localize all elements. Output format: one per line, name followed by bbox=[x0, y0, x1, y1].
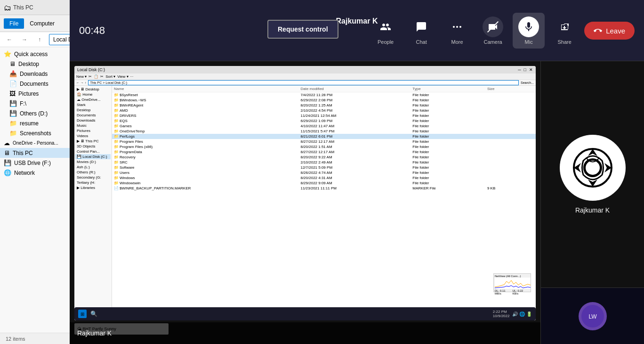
mini-table-row: 📁 Windowswin 8/29/2022 9:09 AM File fold… bbox=[112, 180, 536, 186]
ribbon-tab-file[interactable]: File bbox=[4, 18, 24, 29]
sidebar: ⭐ Quick access 🖥 Desktop 📥 Downloads 📄 D… bbox=[0, 47, 71, 333]
teams-content: Local Disk (C:) ─ □ ✕ New ▾ ✂ 📋 ✂ bbox=[70, 61, 644, 344]
clock: 2:22 PM10/9/2022 bbox=[493, 310, 510, 318]
mini-sidebar-home: 🏠 Home bbox=[75, 92, 111, 97]
network-icon: 🌐 bbox=[4, 169, 11, 176]
mini-file-rows: 📁 $SysReset 7/4/2022 11:28 PM File folde… bbox=[112, 92, 536, 191]
downloads-icon: 📥 bbox=[9, 70, 17, 77]
folder-resume-icon: 📁 bbox=[9, 120, 17, 127]
sidebar-item-f-drive[interactable]: 💾 F:\ bbox=[0, 98, 70, 108]
mini-sidebar-ash: Ash (L:) bbox=[75, 164, 111, 170]
mic-button[interactable]: Mic bbox=[513, 13, 545, 49]
screen-bottom-bar: Rajkumar K bbox=[70, 322, 540, 344]
sidebar-item-this-pc[interactable]: 🖥 This PC bbox=[0, 148, 70, 158]
mini-address-bar: ← → ↑ This PC > Local Disk (C:) Search..… bbox=[74, 80, 536, 86]
folder-screenshots-icon: 📁 bbox=[9, 130, 17, 137]
right-panel: Rajkumar K LW bbox=[540, 61, 644, 344]
camera-label: Camera bbox=[484, 39, 502, 45]
start-icon: ⊞ bbox=[78, 310, 87, 318]
svg-text:LW: LW bbox=[588, 313, 597, 320]
mini-sidebar-downloads: Downloads bbox=[75, 118, 111, 123]
mini-table-row: 📁 ProgramData 8/27/2022 12:17 AM File fo… bbox=[112, 149, 536, 155]
back-button[interactable]: ← bbox=[4, 34, 15, 45]
chat-label: Chat bbox=[416, 39, 427, 45]
teams-controls: People Chat bbox=[370, 0, 635, 61]
shared-screen-inner: Local Disk (C:) ─ □ ✕ New ▾ ✂ 📋 ✂ bbox=[74, 66, 536, 320]
participant-video: Rajkumar K bbox=[541, 61, 644, 287]
mini-sidebar-onedrive: ☁ OneDrive... bbox=[75, 97, 111, 102]
more-icon bbox=[447, 16, 467, 37]
self-avatar: LW bbox=[579, 302, 607, 330]
sidebar-item-pictures[interactable]: 🖼 Pictures bbox=[0, 89, 70, 98]
participant-avatar bbox=[560, 135, 626, 201]
drive-f-icon: 💾 bbox=[9, 100, 17, 107]
network-widget: NetView (All Conn...) DL: 0.11 MB/s UL: bbox=[493, 273, 531, 292]
drive-d-icon: 💾 bbox=[9, 110, 17, 117]
mini-sidebar-movies: Movies (D:) bbox=[75, 159, 111, 164]
ninja-icon bbox=[567, 142, 619, 194]
mini-toolbar: New ▾ ✂ 📋 ✂ Sort ▾ View ▾ ··· bbox=[74, 74, 536, 80]
mini-title: Local Disk (C:) ─ □ ✕ bbox=[74, 66, 536, 74]
up-button[interactable]: ↑ bbox=[34, 34, 45, 45]
leave-button[interactable]: Leave bbox=[584, 22, 635, 40]
more-button[interactable]: More bbox=[441, 13, 473, 49]
mini-table-row: 📁 PerfLogs 8/21/2022 6:01 PM File folder bbox=[112, 134, 536, 139]
shared-screen: Local Disk (C:) ─ □ ✕ New ▾ ✂ 📋 ✂ bbox=[70, 61, 540, 344]
star-icon: ⭐ bbox=[4, 50, 11, 57]
sidebar-item-desktop[interactable]: 🖥 Desktop bbox=[0, 59, 70, 69]
mini-body: ▶ 🖥 Desktop 🏠 Home ☁ OneDrive... Stark D… bbox=[74, 86, 536, 320]
people-label: People bbox=[378, 39, 394, 45]
pictures-icon: 🖼 bbox=[9, 90, 16, 97]
sidebar-item-network[interactable]: 🌐 Network bbox=[0, 168, 70, 178]
leave-label: Leave bbox=[606, 27, 625, 35]
participant-name-right: Rajkumar K bbox=[575, 206, 610, 214]
sidebar-item-quick-access[interactable]: ⭐ Quick access bbox=[0, 49, 70, 59]
mini-sidebar-thispc: ▶ 🖥 This PC bbox=[75, 139, 111, 144]
chat-icon bbox=[411, 16, 432, 37]
mini-sidebar-music: Music bbox=[75, 123, 111, 128]
mini-sidebar-controlpanel: Control Pan... bbox=[75, 149, 111, 154]
sidebar-item-others-d[interactable]: 💾 Others (D:) bbox=[0, 108, 70, 118]
mini-table-row: 📁 Windows 8/20/2022 4:31 AM File folder bbox=[112, 175, 536, 180]
mic-icon bbox=[518, 16, 539, 37]
sidebar-item-onedrive[interactable]: ☁ OneDrive - Persona... bbox=[0, 138, 70, 148]
forward-button[interactable]: → bbox=[19, 34, 30, 45]
mini-sidebar-tertiary: Tertiary (H: bbox=[75, 180, 111, 185]
mini-sidebar-localc: 💾 Local Disk (C:) bbox=[75, 154, 111, 159]
mini-sidebar-3dobjects: 3D Objects bbox=[75, 144, 111, 149]
teams-call[interactable]: 00:48 Rajkumar K Request control People bbox=[70, 0, 644, 344]
sidebar-item-documents[interactable]: 📄 Documents bbox=[0, 79, 70, 89]
mini-table-row: 📁 AMD 2/10/2022 4:54 PM File folder bbox=[112, 108, 536, 113]
more-label: More bbox=[451, 39, 463, 45]
mini-sidebar-secondary: Secondary (G: bbox=[75, 175, 111, 180]
mini-sidebar-libraries: ▶ Libraries bbox=[75, 185, 111, 190]
mini-sidebar-mini-desktop: Desktop bbox=[75, 107, 111, 113]
share-button[interactable]: Share bbox=[548, 13, 580, 49]
mini-table-row: 📁 Program Files (x86) 8/20/2022 1:51 AM … bbox=[112, 144, 536, 149]
people-button[interactable]: People bbox=[370, 13, 402, 49]
ribbon-tab-computer[interactable]: Computer bbox=[24, 18, 60, 29]
camera-button[interactable]: Camera bbox=[477, 13, 509, 49]
mini-table-row: 📁 $SysReset 7/4/2022 11:28 PM File folde… bbox=[112, 92, 536, 98]
sidebar-item-resume[interactable]: 📁 resume bbox=[0, 118, 70, 128]
mini-table-row: 📁 Recovery 8/20/2022 9:22 AM File folder bbox=[112, 155, 536, 160]
request-control-button[interactable]: Request control bbox=[267, 20, 338, 39]
self-video: LW bbox=[541, 287, 644, 344]
mic-label: Mic bbox=[525, 39, 533, 45]
usb-icon: 💾 bbox=[4, 159, 11, 166]
mini-table-row: 📁 OneDriveTemp 11/15/2021 5:47 PM File f… bbox=[112, 129, 536, 134]
mini-table-row: 📁 Users 8/26/2022 4:74 AM File folder bbox=[112, 170, 536, 175]
self-avatar-icon: LW bbox=[581, 304, 604, 328]
sidebar-item-usb[interactable]: 💾 USB Drive (F:) bbox=[0, 158, 70, 168]
svg-point-1 bbox=[456, 26, 458, 28]
teams-header: 00:48 Rajkumar K Request control People bbox=[70, 0, 644, 61]
mini-sidebar-videos: Videos bbox=[75, 133, 111, 139]
screen-participant-name: Rajkumar K bbox=[77, 329, 112, 337]
explorer-icon: 🗂 bbox=[4, 4, 11, 11]
sidebar-item-screenshots[interactable]: 📁 Screenshots bbox=[0, 128, 70, 138]
chat-button[interactable]: Chat bbox=[405, 13, 437, 49]
taskbar-search: 🔍 bbox=[89, 310, 98, 318]
share-icon bbox=[554, 16, 575, 37]
mini-table-row: 📁 SRC 2/10/2022 2:49 AM File folder bbox=[112, 160, 536, 165]
sidebar-item-downloads[interactable]: 📥 Downloads bbox=[0, 69, 70, 79]
